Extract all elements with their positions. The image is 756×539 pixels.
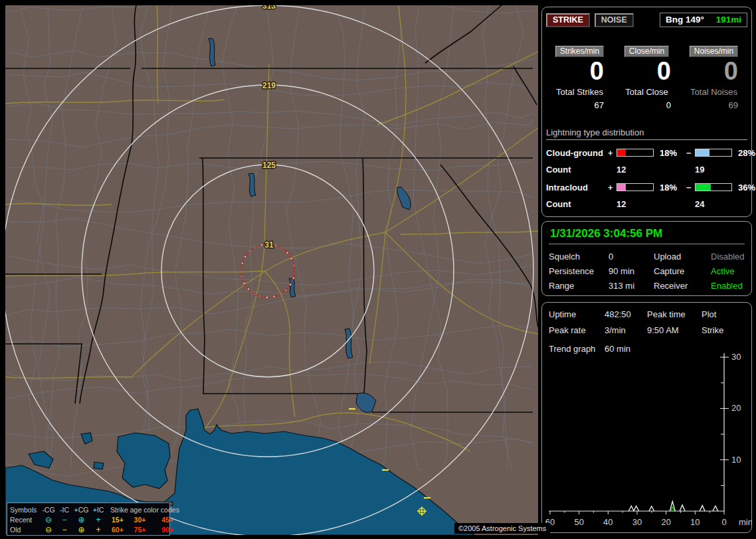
upload-label: Upload — [654, 252, 711, 262]
trend-y-tick: 20 — [731, 403, 741, 413]
recent-neg-ic-icon: − — [56, 516, 72, 524]
trend-x-tick: 10 — [690, 517, 700, 527]
age-90: 90+ — [151, 526, 173, 534]
bearing-value: Bng 149° — [666, 15, 704, 25]
intracloud-label: Intracloud — [546, 183, 608, 193]
close-per-min-button[interactable]: Close/min — [624, 46, 669, 57]
cg-negative-bar — [695, 149, 732, 157]
count-label: Count — [546, 199, 608, 209]
ic-positive-count: 12 — [616, 199, 686, 209]
strike-mode-button[interactable]: STRIKE — [546, 13, 590, 27]
noises-rate-value: 0 — [724, 58, 747, 85]
minus-sign: − — [686, 148, 695, 158]
trend-x-tick: 30 — [632, 517, 642, 527]
cloud-ground-row: Cloud-ground + 18% − 28% — [546, 148, 747, 158]
capture-label: Capture — [654, 266, 711, 276]
legend-header-neg-ic: -IC — [56, 506, 72, 514]
ic-negative-count: 24 — [695, 199, 734, 209]
total-strikes-label: Total Strikes — [556, 87, 603, 97]
nexstorm-window: 31321912531 Symbols -CG -IC +CG +IC Stri… — [0, 0, 756, 539]
copyright-notice: ©2005 Astrogenic Systems — [454, 523, 550, 534]
total-strikes-value: 67 — [595, 100, 613, 110]
legend-header-age: Strike age color codes — [106, 506, 173, 514]
age-15: 15+ — [106, 516, 128, 524]
trend-graph: 1020306050403020100min — [543, 349, 752, 530]
ic-positive-pct: 18% — [656, 183, 686, 193]
trend-x-tick: 20 — [661, 517, 670, 527]
age-45: 45+ — [151, 516, 173, 524]
bearing-range-value: 191mi — [716, 15, 741, 25]
ic-negative-pct: 36% — [734, 183, 756, 193]
cg-positive-pct: 18% — [656, 148, 686, 158]
trend-x-unit: min — [739, 517, 752, 527]
plus-sign: + — [608, 148, 616, 158]
persistence-label: Persistence — [549, 266, 609, 276]
map-svg: 31321912531 — [5, 5, 538, 535]
minus-sign: − — [686, 183, 695, 193]
trend-y-tick: 30 — [731, 352, 741, 362]
strikes-per-min-button[interactable]: Strikes/min — [555, 46, 604, 57]
plot-label: Plot — [702, 309, 748, 319]
uptime-label: Uptime — [549, 309, 605, 319]
peak-time-label: Peak time — [647, 309, 702, 319]
recent-pos-cg-icon: ⊕ — [72, 516, 90, 524]
total-noises-label: Total Noises — [690, 87, 737, 97]
symbol-legend: Symbols -CG -IC +CG +IC Strike age color… — [7, 502, 170, 536]
legend-row-recent-label: Recent — [10, 516, 41, 524]
persistence-value: 90 min — [609, 266, 654, 276]
range-ring-label: 31 — [264, 240, 274, 250]
old-neg-cg-icon: ⊖ — [41, 526, 56, 534]
cg-positive-count: 12 — [616, 165, 686, 175]
map-display[interactable]: 31321912531 — [5, 5, 538, 535]
cloud-ground-count-row: Count 12 19 — [546, 165, 747, 175]
noises-counter-column: Noises/min 0 Total Noises 69 — [680, 46, 747, 110]
old-pos-cg-icon: ⊕ — [72, 526, 90, 534]
uptime-value: 482:50 — [605, 309, 647, 319]
receiver-value: Enabled — [711, 281, 756, 291]
cg-negative-pct: 28% — [734, 148, 756, 158]
legend-row-old-label: Old — [10, 526, 41, 534]
squelch-label: Squelch — [549, 252, 609, 262]
total-close-label: Total Close — [625, 87, 668, 97]
strikes-counter-column: Strikes/min 0 Total Strikes 67 — [546, 46, 613, 110]
close-counter-column: Close/min 0 Total Close 0 — [613, 46, 680, 110]
old-neg-ic-icon: − — [56, 526, 72, 534]
cloud-ground-label: Cloud-ground — [546, 148, 608, 158]
intracloud-count-row: Count 12 24 — [546, 199, 747, 209]
count-label: Count — [546, 165, 608, 175]
receiver-label: Receiver — [654, 281, 711, 291]
bearing-readout: Bng 149° 191mi — [660, 13, 747, 27]
range-ring-label: 125 — [262, 161, 276, 170]
squelch-value: 0 — [609, 252, 654, 262]
trend-spike-strike — [680, 505, 685, 511]
date-time: 1/31/2026 3:04:56 PM — [549, 224, 745, 244]
trend-panel: Uptime 482:50 Peak time Plot Peak rate 3… — [541, 302, 752, 533]
total-close-value: 0 — [666, 100, 680, 110]
noise-mode-button[interactable]: NOISE — [595, 13, 634, 27]
peak-rate-value: 3/min — [605, 325, 647, 335]
recent-neg-cg-icon: ⊖ — [41, 516, 56, 524]
trend-spike-strike — [649, 506, 654, 511]
cg-negative-count: 19 — [695, 165, 734, 175]
strikes-rate-value: 0 — [590, 58, 613, 85]
peak-rate-label: Peak rate — [549, 325, 605, 335]
counters-panel: STRIKE NOISE Bng 149° 191mi Strikes/min … — [541, 7, 752, 217]
noises-per-min-button[interactable]: Noises/min — [690, 46, 738, 57]
trend-x-tick: 40 — [603, 517, 613, 527]
legend-header-pos-cg: +CG — [72, 506, 90, 514]
age-30: 30+ — [128, 516, 151, 524]
trend-x-tick: 50 — [574, 517, 583, 527]
close-rate-value: 0 — [657, 58, 680, 85]
intracloud-row: Intracloud + 18% − 36% — [546, 183, 747, 193]
status-panel: 1/31/2026 3:04:56 PM Squelch 0 Upload Di… — [541, 221, 752, 296]
trend-x-tick: 0 — [721, 517, 726, 527]
range-ring-label: 219 — [262, 81, 276, 90]
ic-negative-bar — [695, 183, 732, 191]
trend-spike-strike — [713, 506, 718, 511]
trend-spike-close — [671, 507, 674, 511]
trend-spike-strike — [634, 506, 639, 511]
range-ring-label: 313 — [262, 5, 276, 11]
total-noises-value: 69 — [729, 100, 747, 110]
recent-pos-ic-icon: + — [90, 516, 106, 524]
range-label: Range — [549, 281, 609, 291]
